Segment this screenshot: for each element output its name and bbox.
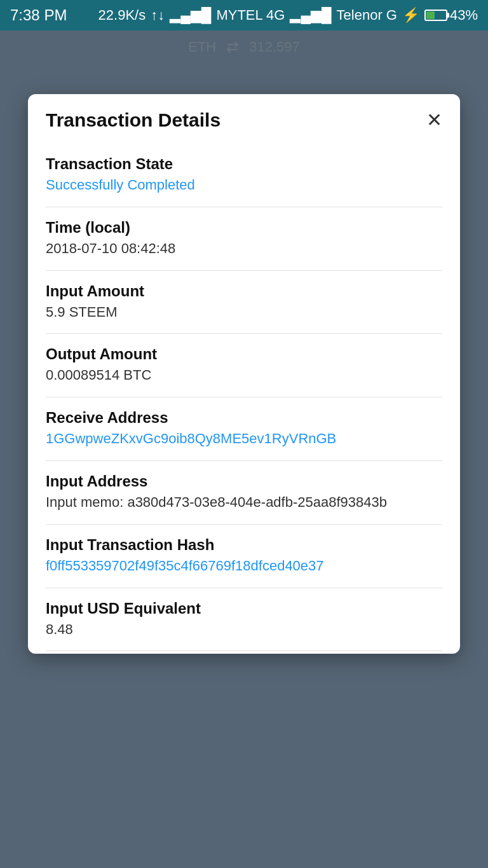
carrier1-label: MYTEL 4G [216, 7, 285, 24]
modal-overlay: Transaction Details ✕ Transaction State … [0, 31, 488, 868]
status-right: 22.9K/s ↑↓ ▂▄▆█ MYTEL 4G ▂▄▆█ Telenor G … [98, 7, 478, 24]
value-transaction-state: Successfully Completed [46, 176, 442, 195]
label-input-amount: Input Amount [46, 282, 442, 300]
battery-fill [426, 11, 435, 19]
carrier2-label: Telenor G [337, 7, 397, 24]
label-input-address: Input Address [46, 472, 442, 490]
status-left: 7:38 PM [10, 6, 67, 24]
modal-header: Transaction Details ✕ [28, 94, 460, 144]
label-time: Time (local) [46, 219, 442, 237]
detail-row-input-address: Input Address Input memo: a380d473-03e8-… [46, 461, 442, 525]
value-output-amount: 0.00089514 BTC [46, 366, 442, 385]
detail-row-input-tx-hash: Input Transaction Hash f0ff553359702f49f… [46, 525, 442, 588]
detail-row-output-memo: Output Memo [46, 651, 442, 654]
transaction-details-modal: Transaction Details ✕ Transaction State … [28, 94, 460, 654]
detail-row-usd-equivalent: Input USD Equivalent 8.48 [46, 588, 442, 652]
detail-row-receive-address: Receive Address 1GGwpweZKxvGc9oib8Qy8ME5… [46, 397, 442, 461]
value-receive-address[interactable]: 1GGwpweZKxvGc9oib8Qy8ME5ev1RyVRnGB [46, 429, 442, 449]
signal-bars2-icon: ▂▄▆█ [290, 7, 331, 24]
value-usd-equivalent: 8.48 [46, 620, 442, 640]
speed-display: 22.9K/s [98, 7, 146, 24]
modal-title: Transaction Details [46, 109, 220, 131]
label-input-tx-hash: Input Transaction Hash [46, 536, 442, 554]
modal-body: Transaction State Successfully Completed… [28, 144, 460, 654]
value-input-tx-hash[interactable]: f0ff553359702f49f35c4f66769f18dfced40e37 [46, 556, 442, 576]
time-display: 7:38 PM [10, 6, 67, 24]
detail-row-transaction-state: Transaction State Successfully Completed [46, 144, 442, 207]
detail-row-input-amount: Input Amount 5.9 STEEM [46, 271, 442, 334]
label-usd-equivalent: Input USD Equivalent [46, 600, 442, 617]
battery-percent: 43% [450, 7, 478, 24]
label-transaction-state: Transaction State [46, 155, 442, 173]
battery-icon [424, 10, 447, 21]
value-input-address: Input memo: a380d473-03e8-404e-adfb-25aa… [46, 493, 442, 513]
detail-row-time: Time (local) 2018-07-10 08:42:48 [46, 207, 442, 271]
value-time: 2018-07-10 08:42:48 [46, 239, 442, 259]
lightning-icon: ⚡ [402, 7, 419, 24]
signal-icon: ↑↓ [151, 7, 165, 24]
status-bar: 7:38 PM 22.9K/s ↑↓ ▂▄▆█ MYTEL 4G ▂▄▆█ Te… [0, 0, 488, 31]
modal-close-button[interactable]: ✕ [426, 111, 442, 130]
label-receive-address: Receive Address [46, 409, 442, 427]
label-output-amount: Output Amount [46, 345, 442, 363]
signal-bars-icon: ▂▄▆█ [170, 7, 211, 24]
detail-row-output-amount: Output Amount 0.00089514 BTC [46, 334, 442, 397]
value-input-amount: 5.9 STEEM [46, 303, 442, 322]
battery-container: 43% [424, 7, 478, 24]
